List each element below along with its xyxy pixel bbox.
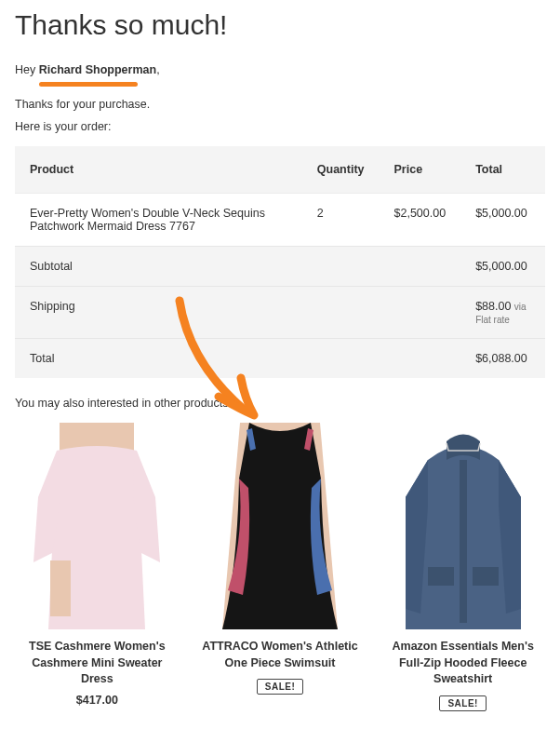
table-row-total: Total $6,088.00 xyxy=(15,339,545,379)
th-total: Total xyxy=(460,146,545,194)
intro-line: Here is your order: xyxy=(15,120,545,133)
product-grid: TSE Cashmere Women's Cashmere Mini Sweat… xyxy=(15,423,545,711)
page-title: Thanks so much! xyxy=(15,9,545,41)
total-value: $6,088.00 xyxy=(460,339,545,379)
product-price: $417.00 xyxy=(15,694,180,707)
customer-name: Richard Shopperman xyxy=(39,63,156,76)
th-quantity: Quantity xyxy=(302,146,380,194)
shipping-label: Shipping xyxy=(15,287,460,339)
greeting-prefix: Hey xyxy=(15,63,39,76)
sale-badge: SALE! xyxy=(439,695,487,711)
subtotal-label: Subtotal xyxy=(15,247,460,287)
table-row-shipping: Shipping $88.00 via Flat rate xyxy=(15,287,545,339)
cell-product-name: Ever-Pretty Women's Double V-Neck Sequin… xyxy=(15,194,302,247)
shipping-via: via xyxy=(514,302,527,312)
subtotal-value: $5,000.00 xyxy=(460,247,545,287)
order-table: Product Quantity Price Total Ever-Pretty… xyxy=(15,146,545,378)
cell-line-total: $5,000.00 xyxy=(460,194,545,247)
total-label: Total xyxy=(15,339,460,379)
thanks-line: Thanks for your purchase. xyxy=(15,98,545,111)
greeting-line: Hey Richard Shopperman, xyxy=(15,63,545,76)
product-name: ATTRACO Women's Athletic One Piece Swims… xyxy=(198,639,363,671)
product-image xyxy=(381,423,545,629)
annotation-underline xyxy=(39,82,138,87)
table-header-row: Product Quantity Price Total xyxy=(15,146,545,194)
product-name: TSE Cashmere Women's Cashmere Mini Sweat… xyxy=(15,639,180,688)
product-card[interactable]: Amazon Essentials Men's Full-Zip Hooded … xyxy=(380,423,545,711)
shipping-cell: $88.00 via Flat rate xyxy=(460,287,545,339)
also-interested-label: You may also interested in other product… xyxy=(15,397,545,410)
cell-price: $2,500.00 xyxy=(380,194,461,247)
product-card[interactable]: ATTRACO Women's Athletic One Piece Swims… xyxy=(198,423,363,711)
greeting-suffix: , xyxy=(156,63,159,76)
table-row-item: Ever-Pretty Women's Double V-Neck Sequin… xyxy=(15,194,545,247)
cell-qty: 2 xyxy=(302,194,380,247)
product-card[interactable]: TSE Cashmere Women's Cashmere Mini Sweat… xyxy=(15,423,180,711)
shipping-method: Flat rate xyxy=(475,315,530,325)
product-name: Amazon Essentials Men's Full-Zip Hooded … xyxy=(380,639,545,688)
product-image xyxy=(15,423,179,629)
svg-rect-7 xyxy=(473,567,499,586)
svg-rect-6 xyxy=(428,567,454,586)
th-price: Price xyxy=(380,146,461,194)
product-image xyxy=(198,423,362,629)
shipping-value: $88.00 xyxy=(475,300,511,313)
th-product: Product xyxy=(15,146,302,194)
sale-badge: SALE! xyxy=(257,679,304,695)
table-row-subtotal: Subtotal $5,000.00 xyxy=(15,247,545,287)
svg-rect-2 xyxy=(50,560,71,616)
svg-rect-5 xyxy=(460,460,467,623)
